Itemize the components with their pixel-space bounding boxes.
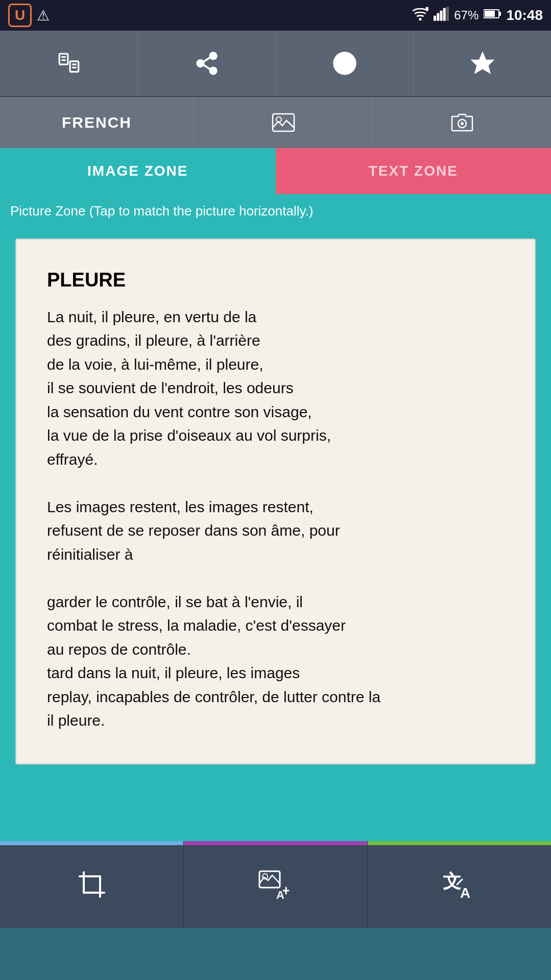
svg-point-0 xyxy=(419,18,422,20)
poem-card: PLEURE La nuit, il pleure, en vertu de l… xyxy=(15,238,536,764)
svg-marker-23 xyxy=(472,53,493,73)
help-button[interactable] xyxy=(276,31,414,96)
image-zone-content[interactable]: PLEURE La nuit, il pleure, en vertu de l… xyxy=(0,228,551,841)
svg-rect-10 xyxy=(59,54,68,64)
poem-title: PLEURE xyxy=(47,265,504,295)
lang-icons xyxy=(194,97,551,148)
time-display: 10:48 xyxy=(506,7,543,23)
svg-text:A: A xyxy=(460,885,470,900)
svg-rect-2 xyxy=(434,16,436,21)
svg-rect-8 xyxy=(499,12,501,16)
image-button[interactable] xyxy=(194,97,373,148)
svg-rect-3 xyxy=(437,13,440,21)
status-right: 67% 10:48 xyxy=(412,7,543,24)
language-bar: FRENCH xyxy=(0,97,551,148)
svg-rect-4 xyxy=(440,11,443,21)
crop-button[interactable] xyxy=(0,841,184,928)
svg-rect-24 xyxy=(273,114,294,131)
svg-rect-1 xyxy=(426,7,428,11)
svg-point-18 xyxy=(210,67,217,74)
ocr-button[interactable]: A xyxy=(184,841,368,928)
signal-icon xyxy=(434,7,449,24)
svg-point-27 xyxy=(461,122,464,125)
share-button[interactable] xyxy=(138,31,276,96)
zone-tabs: IMAGE ZONE TEXT ZONE xyxy=(0,148,551,194)
alert-icon: ⚠ xyxy=(37,7,50,24)
favorite-button[interactable] xyxy=(414,31,551,96)
wifi-icon xyxy=(412,7,428,24)
svg-text:文: 文 xyxy=(443,871,461,892)
svg-point-22 xyxy=(343,67,345,69)
battery-percent: 67% xyxy=(454,8,478,22)
notes-button[interactable] xyxy=(0,31,138,96)
text-zone-tab[interactable]: TEXT ZONE xyxy=(276,148,552,194)
svg-point-17 xyxy=(197,60,204,67)
language-label[interactable]: FRENCH xyxy=(0,97,194,148)
bottom-bar: A 文 A xyxy=(0,841,551,928)
top-toolbar xyxy=(0,31,551,97)
svg-line-19 xyxy=(203,58,210,62)
hint-text: Picture Zone (Tap to match the picture h… xyxy=(0,194,551,228)
svg-point-16 xyxy=(210,53,217,59)
battery-icon xyxy=(484,8,501,22)
translate-button[interactable]: 文 A xyxy=(368,841,551,928)
svg-rect-5 xyxy=(443,8,446,21)
svg-rect-13 xyxy=(70,61,79,72)
camera-button[interactable] xyxy=(373,97,551,148)
status-left: U ⚠ xyxy=(8,4,50,27)
image-zone-tab[interactable]: IMAGE ZONE xyxy=(0,148,276,194)
svg-line-20 xyxy=(203,65,210,69)
svg-rect-9 xyxy=(485,11,495,17)
u-logo: U xyxy=(8,4,32,27)
svg-rect-6 xyxy=(446,7,449,21)
status-bar: U ⚠ 67% xyxy=(0,0,551,31)
poem-text: La nuit, il pleure, en vertu de la des g… xyxy=(47,305,504,733)
